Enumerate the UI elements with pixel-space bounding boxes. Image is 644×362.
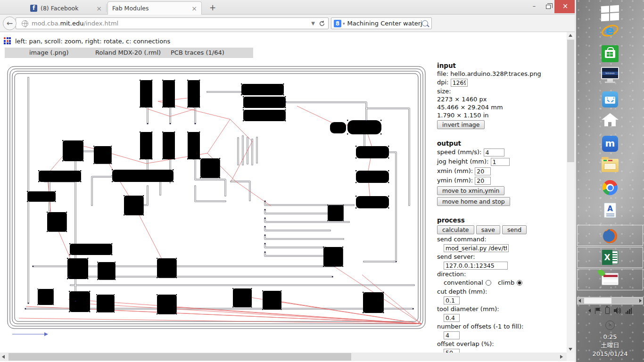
tab-facebook-title: (8) Facebook [41,5,93,12]
excel-taskbar-button[interactable]: X [577,247,643,268]
size-label: size: [437,87,567,95]
windows-store-icon[interactable] [602,45,619,62]
dpi-label: dpi: [437,79,449,86]
eject-circle-icon[interactable]: × [605,321,615,330]
dpi-input[interactable] [451,79,468,87]
parameter-panel: input file: hello.arduino.328P.traces.pn… [437,62,567,353]
invert-image-button[interactable]: invert image [437,120,485,129]
search-bar[interactable]: 8 ▾ Machining Center waterjet [331,17,432,29]
search-input[interactable]: Machining Center waterjet [347,20,422,27]
search-engine-dropdown-icon[interactable]: ▾ [343,21,345,26]
globe-icon [22,20,28,27]
component-pads [27,80,389,314]
tab-facebook-close-icon[interactable]: × [96,5,102,12]
tab-pcb-traces[interactable]: PCB traces (1/64) [171,49,224,56]
tool-diameter-label: tool diameter (mm): [437,305,567,313]
input-section-title: input [437,62,567,70]
move-to-xmin-ymin-button[interactable]: move to xmin,ymin [437,186,504,195]
volume-icon[interactable] [614,307,621,314]
tab-fab-modules-close-icon[interactable]: × [191,5,197,12]
clock-day: 土曜日 [576,341,644,350]
tool-diameter-input[interactable] [444,314,460,322]
mini-scrollbar-thumb[interactable] [584,298,611,304]
back-button[interactable]: ← [3,16,17,30]
move-home-and-stop-button[interactable]: move home and stop [437,197,510,206]
size-mm: 45.466 × 29.204 mm [437,103,567,111]
nav-toolbar: ← mod.cba.mit.edu/index.html ▼ 8 ▾ Machi… [0,15,576,32]
lenovo-monitor-icon[interactable]: lenovo [601,67,619,83]
climb-radio[interactable] [517,280,522,286]
taskbar-clock[interactable]: 0:25 土曜日 2015/01/24 [576,333,644,358]
output-section-title: output [437,140,567,148]
scroll-down-icon[interactable] [569,348,572,351]
scroll-up-icon[interactable] [569,34,572,37]
clock-date: 2015/01/24 [576,350,644,358]
new-tab-button[interactable]: + [209,3,216,12]
input-file: file: hello.arduino.328P.traces.png [437,70,567,78]
save-button[interactable]: save [476,225,500,234]
windows-taskbar: e lenovo m A [576,0,644,362]
mail-taskbar-button[interactable] [577,269,643,290]
tab-fab-modules[interactable]: Fab Modules × [107,1,202,15]
climb-label: climb [498,279,514,286]
mini-scroll-left-icon[interactable] [578,299,581,303]
calculate-button[interactable]: calculate [437,225,474,234]
size-px: 2273 × 1460 px [437,95,567,103]
tab-facebook[interactable]: f (8) Facebook × [26,2,106,15]
tab-roland-mdx20[interactable]: Roland MDX-20 (.rml) [95,49,161,56]
search-icon[interactable] [422,20,428,26]
offset-overlap-label: offset overlap (%): [437,340,567,348]
url-bar[interactable]: mod.cba.mit.edu/index.html ▼ [16,17,329,29]
windows-start-icon[interactable] [601,5,619,22]
toolpath-canvas[interactable] [5,64,428,339]
firefox-taskbar-button[interactable] [577,225,643,246]
horizontal-scrollbar-thumb[interactable] [8,353,351,361]
clock-time: 0:25 [576,333,644,341]
maxthon-icon[interactable]: m [602,136,618,152]
url-dropdown-icon[interactable]: ▼ [311,21,315,26]
number-of-offsets-input[interactable] [444,331,460,339]
xmin-input[interactable] [475,167,491,175]
scroll-left-icon[interactable] [2,355,5,359]
document-app-icon[interactable]: A [604,203,616,218]
network-signal-icon[interactable] [626,307,632,314]
search-engine-icon[interactable]: 8 [334,20,341,27]
horizontal-scrollbar[interactable] [0,353,567,361]
conventional-label: conventional [444,279,483,286]
origin-axis-arrow [12,332,48,336]
cut-depth-input[interactable] [444,296,460,304]
mini-scroll-right-icon[interactable] [639,299,642,303]
speed-input[interactable] [484,148,504,156]
vertical-scrollbar-thumb[interactable] [567,40,574,162]
reload-icon[interactable] [319,20,325,27]
send-server-label: send server: [437,253,567,261]
blue-bag-app-icon[interactable] [602,91,618,107]
conventional-radio[interactable] [486,280,491,286]
ymin-input[interactable] [475,177,491,185]
home-charm-icon[interactable] [602,113,619,127]
minimize-button[interactable]: – [527,0,541,13]
offset-overlap-input[interactable] [444,349,460,353]
hidden-icons-arrow-icon[interactable] [588,309,591,313]
ymin-label: ymin (mm): [437,177,473,184]
url-host: mit.edu [60,20,84,27]
send-server-input[interactable] [444,262,508,270]
close-button[interactable]: × [554,0,576,13]
battery-icon[interactable] [605,307,610,314]
tab-image-png[interactable]: image (.png) [29,49,69,56]
action-center-flag-icon[interactable] [595,308,601,314]
restore-button[interactable] [541,0,555,13]
restore-icon [546,5,551,9]
scroll-right-icon[interactable] [560,355,563,359]
file-explorer-icon[interactable] [602,159,619,172]
internet-explorer-icon[interactable]: e [601,22,619,41]
facebook-favicon-icon: f [30,5,37,12]
jog-height-input[interactable] [491,158,510,166]
send-command-input[interactable] [444,244,509,252]
chrome-icon[interactable] [603,180,618,195]
taskbar-mini-scrollbar[interactable] [577,297,643,304]
send-button[interactable]: send [502,225,527,234]
cut-depth-label: cut depth (mm): [437,288,567,296]
firefox-window: f (8) Facebook × Fab Modules × + – × ← m… [0,0,576,362]
vertical-scrollbar[interactable] [567,32,575,353]
